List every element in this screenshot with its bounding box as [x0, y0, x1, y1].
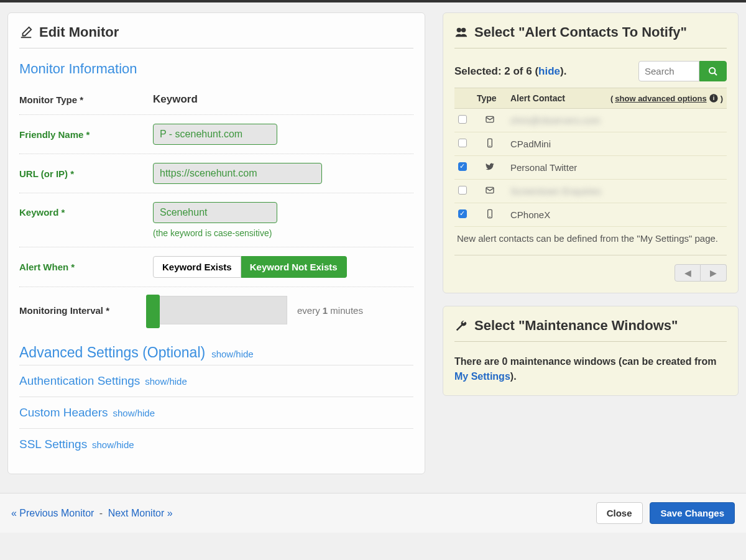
- search-icon: [708, 67, 718, 76]
- wrench-icon: [454, 319, 468, 333]
- contacts-title: Select "Alert Contacts To Notify": [474, 24, 687, 40]
- users-icon: [454, 25, 468, 39]
- keyword-label: Keyword *: [19, 202, 153, 218]
- edit-monitor-title-row: Edit Monitor: [19, 24, 413, 48]
- contact-checkbox[interactable]: [458, 115, 467, 124]
- monitor-nav: « Previous Monitor - Next Monitor »: [11, 508, 173, 519]
- contact-name: chris@cbservers.com: [510, 115, 600, 126]
- alert-when-exists[interactable]: Keyword Exists: [153, 256, 241, 278]
- my-settings-link[interactable]: My Settings: [454, 371, 510, 382]
- prev-monitor-link[interactable]: « Previous Monitor: [11, 508, 94, 518]
- pager-prev[interactable]: ◀: [675, 264, 701, 282]
- contact-checkbox[interactable]: [458, 139, 467, 147]
- interval-label: Monitoring Interval *: [19, 305, 153, 316]
- edit-icon: [19, 25, 33, 39]
- keyword-input[interactable]: [153, 202, 277, 223]
- contacts-title-row: Select "Alert Contacts To Notify": [454, 24, 727, 48]
- selected-prefix: Selected:: [454, 65, 504, 77]
- auth-settings-row: Authentication Settings show/hide: [19, 365, 413, 397]
- save-button[interactable]: Save Changes: [650, 502, 735, 524]
- edit-monitor-title: Edit Monitor: [39, 24, 119, 40]
- show-advanced-options[interactable]: (show advanced options i): [610, 93, 723, 103]
- mail-icon: [485, 185, 495, 195]
- ssl-toggle[interactable]: show/hide: [92, 439, 134, 450]
- selected-count: 2 of 6: [504, 65, 532, 77]
- selected-open: (: [532, 65, 538, 77]
- contact-name: Personal Twitter: [510, 162, 577, 173]
- svg-point-0: [457, 28, 461, 32]
- main-container: Edit Monitor Monitor Information Monitor…: [0, 2, 746, 487]
- search-input[interactable]: [638, 61, 699, 81]
- svg-line-3: [714, 73, 717, 75]
- contact-checkbox[interactable]: [458, 162, 467, 171]
- auth-toggle[interactable]: show/hide: [145, 376, 187, 387]
- right-column: Select "Alert Contacts To Notify" Select…: [443, 12, 739, 474]
- custom-headers-title: Custom Headers: [19, 406, 108, 419]
- advanced-settings-row: Advanced Settings (Optional) show/hide: [19, 333, 413, 365]
- mw-text: There are 0 maintenance windows (can be …: [454, 354, 727, 384]
- contacts-note: New alert contacts can be defined from t…: [454, 227, 727, 245]
- monitor-type-label: Monitor Type *: [19, 94, 153, 105]
- svg-text:i: i: [712, 95, 714, 101]
- advanced-toggle[interactable]: show/hide: [211, 349, 254, 359]
- row-keyword: Keyword * (the keyword is case-sensitive…: [19, 193, 413, 247]
- alert-contacts-panel: Select "Alert Contacts To Notify" Select…: [443, 12, 739, 293]
- th-type: Type: [473, 88, 507, 109]
- slider-handle[interactable]: [146, 295, 160, 328]
- interval-slider[interactable]: [153, 296, 287, 324]
- url-label: URL (or IP) *: [19, 168, 153, 179]
- pager-next[interactable]: ▶: [701, 264, 727, 282]
- row-monitor-type: Monitor Type * Keyword: [19, 85, 413, 115]
- contact-checkbox[interactable]: [458, 209, 467, 218]
- info-icon: i: [709, 93, 719, 103]
- contact-row: CPhoneX: [454, 203, 727, 227]
- row-url: URL (or IP) *: [19, 154, 413, 193]
- friendly-name-label: Friendly Name *: [19, 129, 153, 140]
- row-friendly-name: Friendly Name *: [19, 115, 413, 154]
- contact-row: CPadMini: [454, 132, 727, 156]
- headers-toggle[interactable]: show/hide: [113, 408, 155, 418]
- pager: ◀ ▶: [454, 255, 727, 282]
- next-monitor-link[interactable]: Next Monitor »: [108, 508, 173, 518]
- contacts-header: Selected: 2 of 6 (hide).: [454, 61, 727, 81]
- search-button[interactable]: [699, 61, 727, 81]
- contact-row: Screentown Enquiries: [454, 180, 727, 203]
- close-button[interactable]: Close: [596, 502, 643, 524]
- row-alert-when: Alert When * Keyword Exists Keyword Not …: [19, 247, 413, 287]
- interval-text: every 1 minutes: [297, 305, 363, 316]
- custom-headers-row: Custom Headers show/hide: [19, 397, 413, 429]
- alert-when-not-exists[interactable]: Keyword Not Exists: [241, 256, 347, 278]
- mw-text-b: ).: [510, 371, 517, 382]
- search-wrap: [638, 61, 727, 81]
- th-contact-label: Alert Contact: [510, 93, 565, 103]
- friendly-name-input[interactable]: [153, 124, 277, 145]
- interval-prefix: every: [297, 305, 323, 316]
- mw-text-a: There are 0 maintenance windows (can be …: [454, 356, 716, 367]
- contacts-table: Type Alert Contact (show advanced option…: [454, 88, 727, 227]
- edit-monitor-panel: Edit Monitor Monitor Information Monitor…: [7, 12, 425, 474]
- selected-count-text: Selected: 2 of 6 (hide).: [454, 65, 566, 78]
- alert-when-label: Alert When *: [19, 262, 153, 272]
- footer-buttons: Close Save Changes: [596, 502, 735, 524]
- contact-name: CPadMini: [510, 139, 551, 149]
- svg-point-1: [461, 28, 466, 32]
- contact-row: chris@cbservers.com: [454, 109, 727, 132]
- url-input[interactable]: [153, 163, 322, 184]
- th-contact: Alert Contact (show advanced options i): [507, 88, 727, 109]
- svg-point-2: [709, 68, 715, 73]
- phone-icon: [485, 138, 495, 148]
- contact-row: Personal Twitter: [454, 156, 727, 180]
- ssl-settings-title: SSL Settings: [19, 438, 87, 451]
- mail-icon: [485, 114, 495, 124]
- alert-when-group: Keyword Exists Keyword Not Exists: [153, 256, 347, 278]
- advanced-settings-title: Advanced Settings (Optional): [19, 344, 205, 361]
- monitor-info-heading: Monitor Information: [19, 61, 413, 77]
- hide-link[interactable]: hide: [538, 65, 560, 77]
- keyword-hint: (the keyword is case-sensitive): [153, 228, 413, 238]
- row-interval: Monitoring Interval * every 1 minutes: [19, 287, 413, 333]
- maintenance-windows-panel: Select "Maintenance Windows" There are 0…: [443, 306, 739, 396]
- contact-name: CPhoneX: [510, 209, 550, 220]
- ssl-settings-row: SSL Settings show/hide: [19, 429, 413, 460]
- twitter-icon: [485, 162, 495, 172]
- contact-checkbox[interactable]: [458, 186, 467, 195]
